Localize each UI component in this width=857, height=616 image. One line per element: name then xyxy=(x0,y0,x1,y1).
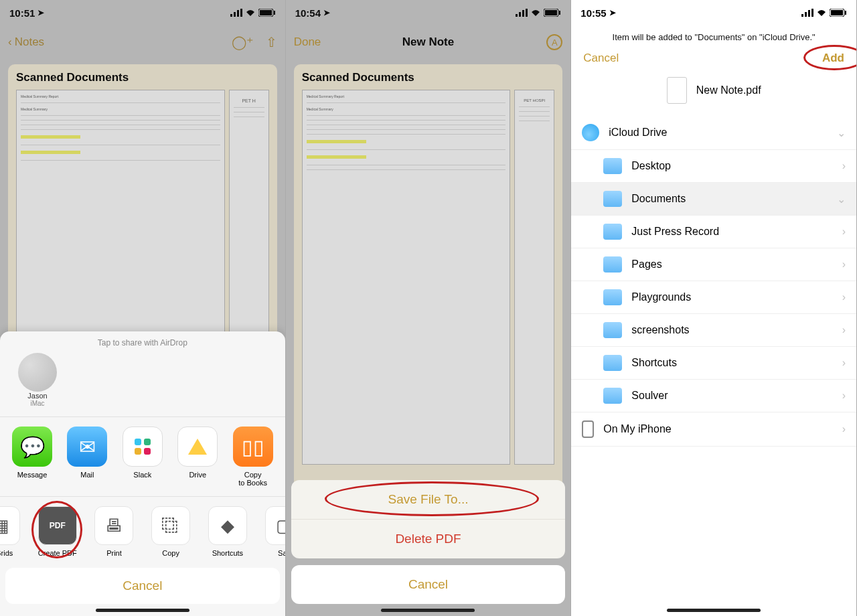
action-label: Print xyxy=(86,549,141,557)
cancel-button[interactable]: Cancel xyxy=(291,565,566,604)
action-create-pdf[interactable]: PDF Create PDF xyxy=(30,506,85,557)
note-content: Scanned Documents Medical Summary Report… xyxy=(294,64,563,493)
save-icon: ▢ xyxy=(265,506,285,545)
action-shortcuts[interactable]: ◆ Shortcuts xyxy=(200,506,255,557)
folder-icon xyxy=(603,388,622,404)
folder-screenshots[interactable]: screenshots › xyxy=(571,314,856,347)
location-icon: ➤ xyxy=(37,8,44,17)
svg-rect-14 xyxy=(801,14,803,17)
copy-icon: ⿻ xyxy=(151,506,190,545)
chevron-right-icon: › xyxy=(842,258,846,271)
share-books[interactable]: ▯▯ Copy to Books xyxy=(228,427,279,487)
action-grids[interactable]: ▦ & Grids xyxy=(0,506,28,557)
folder-soulver[interactable]: Soulver › xyxy=(571,380,856,412)
back-button[interactable]: ‹ Notes xyxy=(8,35,44,49)
home-indicator[interactable] xyxy=(667,609,761,612)
save-file-to-button[interactable]: Save File To... xyxy=(291,480,566,520)
app-label: Message xyxy=(7,471,58,479)
svg-rect-0 xyxy=(230,14,232,17)
mail-icon: ✉︎ xyxy=(67,427,107,467)
folder-icon xyxy=(603,322,622,338)
delete-pdf-button[interactable]: Delete PDF xyxy=(291,520,566,558)
svg-rect-15 xyxy=(805,12,807,17)
nav-bar: ‹ Notes ◯⁺ ⇧ xyxy=(0,25,285,59)
people-icon[interactable]: ◯⁺ xyxy=(232,34,254,50)
status-time: 10:51 xyxy=(9,7,35,19)
folder-label: Desktop xyxy=(631,160,671,172)
airdrop-hint: Tap to share with AirDrop xyxy=(0,338,285,348)
location-on-my-iphone[interactable]: On My iPhone › xyxy=(571,412,856,447)
app-label: Mail xyxy=(62,471,112,479)
home-indicator[interactable] xyxy=(381,609,475,612)
action-copy[interactable]: ⿻ Copy xyxy=(143,506,198,557)
folder-desktop[interactable]: Desktop › xyxy=(571,150,856,183)
cancel-button[interactable]: Cancel xyxy=(583,52,619,65)
chevron-right-icon: › xyxy=(842,423,846,435)
action-print[interactable]: 🖶 Print xyxy=(86,506,141,557)
action-save[interactable]: ▢ Sav xyxy=(257,506,285,557)
airdrop-contact[interactable]: Jason iMac xyxy=(11,353,64,407)
folder-icon xyxy=(603,256,622,273)
app-label: Drive xyxy=(172,471,223,479)
option-label: Save File To... xyxy=(388,492,468,506)
phone-icon xyxy=(582,420,594,438)
folder-pages[interactable]: Pages › xyxy=(571,248,856,281)
note-title: Scanned Documents xyxy=(302,71,555,84)
share-icon[interactable]: ⇧ xyxy=(266,34,277,50)
folder-just-press-record[interactable]: Just Press Record › xyxy=(571,216,856,248)
folder-playgrounds[interactable]: Playgrounds › xyxy=(571,281,856,314)
back-label: Notes xyxy=(15,35,44,49)
note-title: Scanned Documents xyxy=(16,71,269,84)
folder-label: Pages xyxy=(631,258,661,271)
cancel-button[interactable]: Cancel xyxy=(5,568,280,604)
panel-share-sheet: 10:51 ➤ ‹ Notes ◯⁺ ⇧ Scanned Documents M… xyxy=(0,0,286,616)
folder-label: Just Press Record xyxy=(631,226,719,238)
file-icon xyxy=(667,77,687,104)
cloud-icon xyxy=(582,124,599,141)
folder-label: screenshots xyxy=(631,324,689,336)
location-label: On My iPhone xyxy=(603,423,671,435)
folder-documents[interactable]: Documents ⌄ xyxy=(571,183,856,216)
status-icons xyxy=(516,9,561,17)
share-mail[interactable]: ✉︎ Mail xyxy=(62,427,112,487)
share-drive[interactable]: Drive xyxy=(172,427,223,487)
folder-label: Playgrounds xyxy=(631,291,691,303)
home-indicator[interactable] xyxy=(96,609,189,612)
nav-bar: Done New Note A xyxy=(286,25,571,59)
scan-page-1[interactable]: Medical Summary ReportMedical Summary xyxy=(302,90,511,465)
svg-rect-20 xyxy=(845,11,846,15)
airdrop-device: iMac xyxy=(11,400,64,407)
chevron-right-icon: › xyxy=(842,357,846,369)
folder-icon xyxy=(603,289,622,305)
folder-icon xyxy=(603,224,622,240)
share-sheet: Tap to share with AirDrop Jason iMac 💬 M… xyxy=(0,331,285,616)
svg-rect-5 xyxy=(260,10,272,15)
nav-title: New Note xyxy=(286,35,571,49)
svg-rect-9 xyxy=(522,10,524,17)
chevron-left-icon: ‹ xyxy=(8,35,12,49)
share-message[interactable]: 💬 Message xyxy=(7,427,58,487)
markup-icon[interactable]: A xyxy=(546,34,562,50)
share-slack[interactable]: Slack xyxy=(117,427,168,487)
svg-rect-16 xyxy=(808,10,810,17)
books-icon: ▯▯ xyxy=(233,427,273,467)
app-label: Copy to Books xyxy=(228,471,279,487)
done-button[interactable]: Done xyxy=(294,35,321,49)
folder-icon xyxy=(603,191,622,207)
chevron-right-icon: › xyxy=(842,324,846,336)
file-name: New Note.pdf xyxy=(696,84,761,96)
add-button[interactable]: Add xyxy=(822,52,844,65)
svg-rect-3 xyxy=(240,9,242,17)
scan-page-2[interactable]: PET HOSPI xyxy=(514,90,554,465)
share-actions-row: ▦ & Grids PDF Create PDF 🖶 Print ⿻ Copy … xyxy=(0,497,285,561)
folder-list[interactable]: iCloud Drive ⌄ Desktop › Documents ⌄ Jus… xyxy=(571,116,856,447)
folder-shortcuts[interactable]: Shortcuts › xyxy=(571,347,856,380)
print-icon: 🖶 xyxy=(94,506,133,545)
svg-rect-8 xyxy=(519,12,521,17)
chevron-right-icon: › xyxy=(842,160,846,172)
location-icloud-drive[interactable]: iCloud Drive ⌄ xyxy=(571,116,856,150)
action-sheet: Save File To... Delete PDF Cancel xyxy=(286,475,571,616)
grid-icon: ▦ xyxy=(0,506,20,545)
add-label: Add xyxy=(822,52,844,64)
action-label: Copy xyxy=(143,549,198,557)
